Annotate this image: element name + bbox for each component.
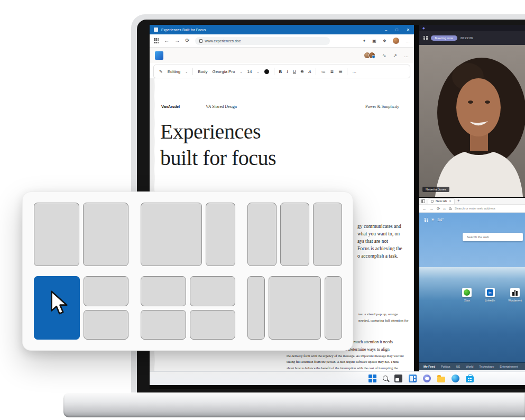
snap-zone[interactable]	[84, 276, 128, 306]
snap-zone[interactable]	[280, 203, 309, 266]
snap-zone[interactable]	[83, 203, 128, 266]
snap-zone[interactable]	[190, 276, 235, 306]
apps-grid-icon[interactable]	[154, 38, 159, 43]
news-tab-us[interactable]: US	[456, 365, 460, 368]
chevron-down-icon[interactable]: ⌄	[185, 70, 188, 74]
vertical-tabs-icon[interactable]	[421, 199, 425, 203]
forward-icon[interactable]: →	[174, 38, 180, 43]
edge-address-field[interactable]: Search or enter web address	[455, 207, 495, 210]
snap-zone[interactable]	[313, 203, 342, 266]
ribbon-more-icon[interactable]: …	[352, 69, 356, 74]
snap-layout-center-main[interactable]	[247, 276, 342, 340]
font-size-select[interactable]: 14	[247, 69, 252, 74]
share-icon[interactable]: ↗	[393, 53, 397, 58]
laptop-base	[63, 392, 525, 417]
browser-profile-avatar[interactable]	[393, 38, 399, 44]
snap-zone[interactable]	[141, 310, 186, 340]
waffle-icon[interactable]	[425, 218, 428, 222]
new-tab-button[interactable]: +	[457, 199, 460, 203]
refresh-icon[interactable]: ⟳	[185, 38, 189, 43]
snap-zone[interactable]	[247, 203, 277, 266]
participant-name-badge: Natasha Jones	[422, 187, 449, 192]
word-titlebar[interactable]: Experiences Built for Focus – □ ✕	[150, 25, 414, 34]
taskbar-search-icon[interactable]	[383, 376, 388, 381]
minimize-button[interactable]: –	[385, 28, 387, 32]
close-button[interactable]: ✕	[407, 28, 410, 32]
align-icon[interactable]: ☰	[338, 69, 342, 74]
teams-titlebar[interactable]: ◆	[419, 25, 525, 31]
snap-zone[interactable]	[247, 276, 265, 340]
snap-zone[interactable]	[206, 203, 235, 266]
snap-zone[interactable]	[325, 276, 342, 340]
task-view-icon[interactable]	[394, 375, 402, 382]
word-app-icon[interactable]	[155, 51, 163, 60]
font-color-icon[interactable]	[264, 69, 269, 74]
activity-icon[interactable]: ∿	[382, 53, 386, 58]
back-icon[interactable]: ←	[422, 206, 427, 211]
snap-zone[interactable]	[84, 310, 128, 340]
shortcut-linkedin[interactable]: in LinkedIn	[485, 288, 495, 302]
style-select[interactable]: Body	[198, 69, 207, 74]
highlight-button[interactable]: A	[308, 69, 311, 74]
editing-mode-button[interactable]: Editing	[168, 69, 180, 74]
news-tab-world[interactable]: World	[466, 365, 473, 368]
microsoft-store-icon[interactable]	[466, 376, 474, 382]
collaborator-avatars[interactable]	[364, 52, 375, 59]
snap-layout-wide-left[interactable]	[141, 203, 235, 266]
weather-widget[interactable]: ☀ 54°	[425, 217, 444, 222]
favorites-icon[interactable]: ✦	[363, 39, 366, 43]
snap-zone[interactable]	[269, 276, 321, 340]
video-feed: Natasha Jones	[419, 45, 525, 197]
shortcut-wordament[interactable]: Wordament	[508, 288, 522, 302]
start-button[interactable]	[369, 375, 376, 382]
web-search-box[interactable]: Search the web	[463, 233, 523, 241]
bullet-list-icon[interactable]: ≔	[321, 69, 325, 74]
file-explorer-icon[interactable]	[437, 377, 445, 382]
forward-icon[interactable]: →	[430, 206, 434, 211]
chat-icon[interactable]	[423, 375, 431, 382]
home-icon[interactable]: ⌂	[443, 206, 446, 211]
browser-more-icon[interactable]: …	[406, 39, 410, 43]
snap-zone[interactable]	[190, 310, 235, 340]
snap-layout-three-columns[interactable]	[247, 203, 342, 266]
font-select[interactable]: Georgia Pro	[212, 69, 235, 74]
underline-button[interactable]: U	[293, 69, 296, 74]
teams-icon: ◆	[422, 26, 425, 30]
snap-zone[interactable]	[34, 203, 79, 266]
collections-icon[interactable]: ❖	[383, 39, 386, 43]
chevron-down-icon[interactable]: ⌄	[240, 70, 243, 74]
wallpaper-ocean	[419, 267, 525, 363]
italic-button[interactable]: I	[287, 69, 288, 74]
numbered-list-icon[interactable]: ≣	[330, 69, 334, 74]
maximize-button[interactable]: □	[395, 28, 398, 32]
snap-layout-quad[interactable]	[141, 276, 235, 340]
address-bar[interactable]: www.experiences.doc	[195, 37, 330, 45]
strikethrough-button[interactable]: S	[301, 69, 303, 74]
shortcut-xbox[interactable]: Xbox	[462, 288, 472, 302]
edge-browser-icon[interactable]	[452, 375, 459, 382]
tab-new-tab[interactable]: New tab ✕	[428, 198, 455, 204]
back-icon[interactable]: ←	[164, 38, 169, 43]
participant-portrait	[419, 45, 525, 197]
chevron-down-icon[interactable]: ⌄	[257, 70, 260, 74]
bold-button[interactable]: B	[279, 69, 282, 74]
snap-zone[interactable]	[141, 276, 186, 306]
workspace-icon[interactable]: ▣	[372, 39, 376, 43]
edge-tabbar: New tab ✕ +	[419, 198, 525, 205]
snap-layout-two-columns[interactable]	[34, 203, 128, 266]
edge-window: New tab ✕ + ← → ⟳ ⌂ Search or enter web …	[419, 198, 525, 371]
browser-navbar: ← → ⟳ www.experiences.doc ✦ ▣ ❖ …	[150, 34, 414, 48]
news-tab-my-feed[interactable]: My Feed	[423, 365, 435, 368]
search-icon	[449, 207, 452, 210]
widgets-icon[interactable]	[409, 375, 417, 382]
news-tab-technology[interactable]: Technology	[479, 365, 494, 368]
news-tab-politics[interactable]: Politics	[441, 365, 450, 368]
word-more-icon[interactable]: …	[404, 53, 409, 58]
refresh-icon[interactable]: ⟳	[437, 206, 440, 211]
snap-zone[interactable]	[141, 203, 202, 266]
news-tab-entertainment[interactable]: Entertainment	[500, 365, 518, 368]
tab-close-icon[interactable]: ✕	[449, 199, 452, 203]
taskbar	[150, 371, 525, 385]
gallery-view-icon[interactable]	[423, 36, 428, 40]
sun-icon: ☀	[431, 217, 435, 222]
